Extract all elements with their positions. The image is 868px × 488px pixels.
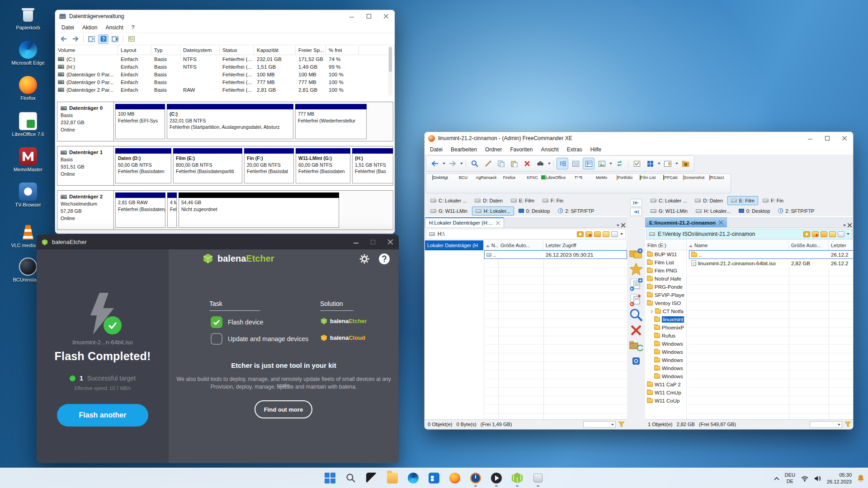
menu-ansicht[interactable]: Ansicht <box>537 145 562 154</box>
menu-hilfe[interactable]: Hilfe <box>586 145 605 154</box>
maximize-button[interactable] <box>360 10 377 23</box>
column-size[interactable]: Größe Auto... <box>789 240 829 250</box>
expand-chevron-icon[interactable] <box>650 310 653 313</box>
forward-icon[interactable] <box>447 158 458 169</box>
menu-datei[interactable]: Datei <box>57 23 78 32</box>
copy-icon[interactable] <box>495 158 507 169</box>
right-folder-tab[interactable]: E:linuxmint-21.2-cinnamon <box>645 217 727 227</box>
select-items-icon[interactable] <box>631 158 643 169</box>
tree-item-ct-notfall[interactable]: CT Notfa <box>645 307 686 315</box>
app-button-filmlist[interactable]: Film List <box>637 175 659 180</box>
disk-1-label[interactable]: Datenträger 1 Basis 931,51 GB Online <box>57 146 114 185</box>
find-files-icon[interactable] <box>534 158 546 169</box>
app-button-libreoffice[interactable]: LibreOffice <box>544 175 566 180</box>
flash-another-button[interactable]: Flash another <box>57 404 148 427</box>
drive-d-button[interactable]: D: Daten <box>691 196 726 205</box>
volume-row[interactable]: (Datenträger 2 Par... EinfachBasisRAWFeh… <box>55 86 395 94</box>
desktop-button[interactable]: 0: Desktop <box>735 206 774 216</box>
copy-files-icon[interactable] <box>629 277 643 292</box>
folder-root-icon[interactable] <box>829 231 836 237</box>
volume-row[interactable]: (Datenträger 0 Par... EinfachBasisFehler… <box>55 70 395 78</box>
settings-small-icon[interactable] <box>629 353 643 369</box>
sftp-button[interactable]: 2: SFTP/FTP <box>774 206 818 216</box>
tree-item-film-png[interactable]: Film PNG <box>645 267 686 275</box>
tree-item-windows[interactable]: Windows <box>645 364 686 372</box>
tree-item-linuxmint[interactable]: linuxmint <box>645 315 686 324</box>
tree-item-bup-w11[interactable]: BUP W11 <box>645 250 686 258</box>
delete-icon[interactable] <box>629 323 643 338</box>
left-file-row-up[interactable]: .. 26.12.2023 05:30:21 <box>484 250 627 259</box>
menu-hilfe[interactable]: ? <box>127 23 139 32</box>
forward-icon[interactable] <box>70 34 80 44</box>
disk-2-label[interactable]: Datenträger 2 Wechselmedium 57,28 GB Onl… <box>57 191 114 230</box>
drive-e-button[interactable]: E: Film <box>507 196 538 205</box>
expand-right-panel-button[interactable] <box>630 208 642 216</box>
partition-w11-lmint-g[interactable]: W11-LMint (G:)60,00 GB NTFSFehlerfrei (B… <box>296 148 350 183</box>
drive-c-button[interactable]: C: Lokaler ... <box>427 196 470 205</box>
folder-up-icon[interactable] <box>821 231 827 237</box>
menu-aktion[interactable]: Aktion <box>78 23 101 32</box>
column-modified[interactable]: Letzter <box>829 240 854 250</box>
partition-usb-small[interactable]: 4 MIFehl <box>167 192 177 228</box>
tv-browser-button[interactable] <box>467 469 485 487</box>
minimize-button[interactable] <box>802 132 819 145</box>
balena-etcher-button[interactable] <box>508 469 526 487</box>
tree-header[interactable]: Film (E:) <box>645 240 687 250</box>
app-button-portfolio[interactable]: Portfolio <box>613 175 636 180</box>
wifi-icon[interactable] <box>801 475 809 482</box>
drive-d-button[interactable]: D: Daten <box>471 196 506 205</box>
search-icon[interactable] <box>629 307 643 323</box>
partition-daten-d[interactable]: Daten (D:)50,00 GB NTFSFehlerfrei (Basis… <box>115 148 171 183</box>
drive-c-button[interactable]: C: Lokaler ... <box>647 196 690 205</box>
column-name[interactable]: N... <box>484 240 498 250</box>
favorites-folder-icon[interactable] <box>585 231 592 237</box>
help-icon[interactable] <box>378 253 390 265</box>
favorites-star-icon[interactable] <box>629 261 643 277</box>
paste-icon[interactable] <box>508 158 520 169</box>
favorites-folder-icon[interactable] <box>812 231 819 237</box>
app-button-bcu[interactable]: BCU <box>452 175 474 180</box>
tree-item-windows[interactable]: Windows <box>645 340 686 348</box>
maximize-button[interactable] <box>364 235 382 249</box>
drive-f-button[interactable]: F: Fin <box>539 196 567 205</box>
column-layout[interactable]: Layout <box>118 45 151 55</box>
media-player-button[interactable] <box>487 469 505 487</box>
dual-panel-icon[interactable] <box>662 158 674 169</box>
desktop-icon-edge[interactable]: Microsoft Edge <box>7 41 49 66</box>
tree-item-prg[interactable]: PRG-Ponde <box>645 283 686 291</box>
app-button-firefox[interactable]: Firefox <box>498 175 520 180</box>
history-icon[interactable] <box>803 231 810 237</box>
update-manage-checkbox[interactable] <box>211 333 222 345</box>
menu-datei[interactable]: Datei <box>426 145 447 154</box>
tree-item-rufus[interactable]: Rufus <box>645 332 686 340</box>
partition-film-e[interactable]: Film (E:)800,00 GB NTFSFehlerfrei (Basis… <box>173 148 242 183</box>
desktop-icon-papierkorb[interactable]: Papierkorb <box>7 5 49 31</box>
store-button[interactable] <box>425 469 443 487</box>
find-out-more-button[interactable]: Find out more <box>255 400 312 418</box>
contrast-app-button[interactable] <box>363 469 381 487</box>
filter-funnel-icon[interactable] <box>845 422 851 427</box>
volume-row[interactable]: (H:) EinfachBasisNTFSFehlerfrei (...1,51… <box>55 63 395 70</box>
left-address-bar[interactable]: H:\ <box>426 229 626 239</box>
file-explorer-button[interactable] <box>383 469 401 487</box>
menu-ordner[interactable]: Ordner <box>481 145 506 154</box>
drive-h-button[interactable]: H: Lokaler... <box>472 206 514 216</box>
volume-row[interactable]: (C:) EinfachBasisNTFSFehlerfrei (...232,… <box>55 55 395 63</box>
edit-icon[interactable] <box>482 158 494 169</box>
column-typ[interactable]: Typ <box>151 45 180 55</box>
layout-caret[interactable] <box>658 163 660 164</box>
help-icon[interactable] <box>98 34 108 44</box>
partition-unallocated[interactable]: 54,46 GBNicht zugeordnet <box>179 192 339 228</box>
tab-close-icon[interactable] <box>719 221 723 225</box>
right-file-row-iso[interactable]: linuxmint-21.2-cinnamon-64bit.iso 2,82 G… <box>689 259 854 267</box>
menu-extras[interactable]: Extras <box>563 145 586 154</box>
tab-list-caret[interactable] <box>843 225 846 226</box>
tree-item-sfvip[interactable]: SFVIP-Playe <box>645 291 686 299</box>
tray-chevron-icon[interactable] <box>774 477 779 480</box>
window-list-icon[interactable] <box>86 34 97 44</box>
column-dateisystem[interactable]: Dateisystem <box>180 45 220 55</box>
left-tree-root[interactable]: Lokaler Datenträger (H <box>425 240 484 250</box>
folder-up-icon[interactable] <box>594 231 601 237</box>
app-button-diskmgt[interactable]: DiskMgt <box>429 175 451 180</box>
column-status[interactable]: Status <box>220 45 254 55</box>
